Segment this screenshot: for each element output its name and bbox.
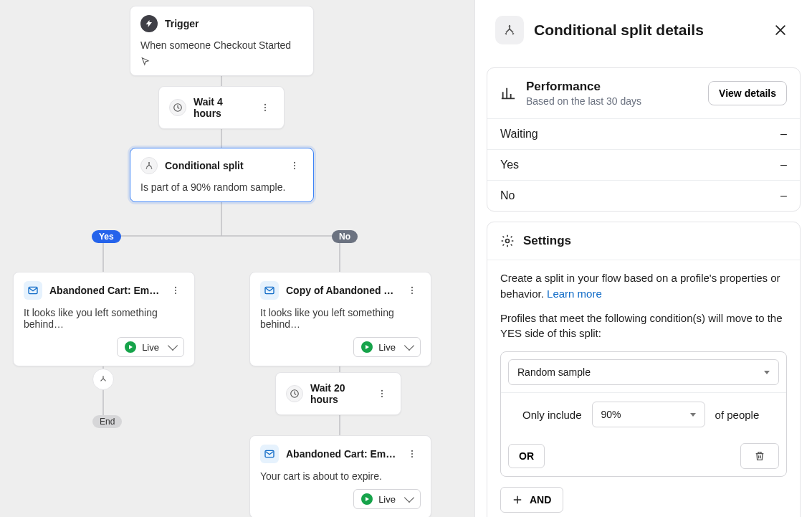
perf-row-yes: Yes –	[487, 149, 800, 180]
settings-card: Settings Create a split in your flow bas…	[487, 222, 801, 517]
wait-node-1[interactable]: Wait 4 hours	[158, 86, 285, 129]
email-title: Copy of Abandoned Cart:…	[286, 285, 396, 296]
trash-icon	[754, 450, 765, 462]
chevron-down-icon	[168, 341, 178, 351]
clock-icon	[169, 99, 186, 116]
flow-canvas[interactable]: Yes No Trigger When someone Checkout Sta…	[0, 0, 474, 517]
percent-value: 90%	[601, 409, 621, 420]
status-dropdown[interactable]: Live	[353, 337, 421, 357]
condition-type-value: Random sample	[517, 366, 591, 378]
svg-point-31	[411, 453, 413, 455]
and-button[interactable]: AND	[500, 487, 563, 513]
node-menu-button[interactable]	[286, 157, 303, 174]
email-title: Abandoned Cart: Email 2	[286, 448, 396, 460]
wait-label: Wait 20 hours	[310, 382, 366, 405]
performance-title: Performance	[526, 80, 698, 94]
email-icon	[24, 281, 42, 300]
plus-icon	[512, 495, 522, 505]
bolt-icon	[140, 15, 158, 32]
trigger-desc: When someone Checkout Started	[140, 39, 303, 51]
settings-intro: Create a split in your flow based on a p…	[500, 270, 787, 302]
svg-point-30	[411, 450, 413, 452]
svg-point-27	[381, 393, 383, 394]
conditional-split-node[interactable]: Conditional split Is part of a 90% rando…	[130, 148, 314, 202]
svg-point-20	[175, 293, 176, 294]
settings-intro-text: Create a split in your flow based on a p…	[500, 272, 780, 300]
svg-point-13	[264, 110, 266, 111]
settings-condition-text: Profiles that meet the following conditi…	[500, 310, 787, 342]
close-button[interactable]	[769, 19, 792, 42]
email-title: Abandoned Cart: Email 1	[49, 285, 160, 296]
svg-point-24	[411, 293, 413, 294]
branch-label-no: No	[332, 230, 358, 243]
settings-title: Settings	[523, 234, 571, 248]
trigger-node[interactable]: Trigger When someone Checkout Started	[130, 6, 314, 76]
node-menu-button[interactable]	[373, 385, 391, 402]
bar-chart-icon	[500, 85, 516, 101]
svg-point-15	[294, 165, 295, 166]
performance-subtitle: Based on the last 30 days	[526, 95, 698, 107]
node-menu-button[interactable]	[167, 282, 184, 299]
end-label: End	[92, 415, 122, 428]
email-node-3[interactable]: Abandoned Cart: Email 2 Your cart is abo…	[249, 435, 431, 517]
split-icon	[495, 16, 524, 44]
email-preview: Your cart is about to expire.	[260, 470, 421, 482]
svg-point-19	[175, 290, 176, 291]
view-details-button[interactable]: View details	[708, 81, 787, 105]
svg-point-16	[294, 168, 295, 169]
play-icon	[361, 341, 373, 353]
trigger-title: Trigger	[165, 18, 199, 29]
svg-point-18	[175, 287, 176, 288]
svg-point-22	[411, 287, 413, 288]
perf-row-no: No –	[487, 180, 800, 211]
gear-icon	[500, 234, 515, 248]
split-title: Conditional split	[165, 160, 279, 171]
caret-down-icon	[764, 371, 770, 374]
email-preview: It looks like you left something behind…	[24, 307, 184, 330]
delete-rule-button[interactable]	[740, 443, 779, 469]
email-node-1[interactable]: Abandoned Cart: Email 1 It looks like yo…	[13, 272, 195, 366]
svg-point-26	[381, 390, 383, 392]
wait-label: Wait 4 hours	[194, 96, 249, 119]
node-menu-button[interactable]	[403, 282, 421, 299]
email-icon	[260, 281, 279, 300]
split-desc: Is part of a 90% random sample.	[140, 181, 303, 193]
status-dropdown[interactable]: Live	[117, 337, 184, 357]
chevron-down-icon	[404, 493, 414, 503]
perf-label: No	[500, 189, 515, 202]
merge-icon	[92, 369, 114, 390]
perf-row-waiting: Waiting –	[487, 118, 800, 149]
clock-icon	[286, 385, 303, 402]
performance-card: Performance Based on the last 30 days Vi…	[487, 67, 801, 212]
or-button[interactable]: OR	[508, 444, 545, 468]
svg-point-11	[264, 104, 266, 105]
node-menu-button[interactable]	[403, 445, 421, 463]
svg-point-33	[506, 239, 510, 243]
svg-point-28	[381, 396, 383, 397]
learn-more-link[interactable]: Learn more	[547, 288, 602, 300]
perf-label: Yes	[500, 158, 519, 171]
percent-select[interactable]: 90%	[592, 402, 705, 427]
status-label: Live	[142, 342, 159, 353]
perf-value: –	[780, 128, 787, 141]
email-node-2[interactable]: Copy of Abandoned Cart:… It looks like y…	[249, 272, 431, 366]
wait-node-2[interactable]: Wait 20 hours	[275, 372, 401, 415]
only-include-label: Only include	[522, 409, 582, 421]
perf-value: –	[780, 189, 787, 202]
branch-label-yes: Yes	[92, 230, 121, 243]
perf-value: –	[780, 158, 787, 171]
svg-point-12	[264, 107, 266, 108]
caret-down-icon	[690, 413, 696, 417]
play-icon	[361, 493, 373, 505]
email-icon	[260, 445, 279, 463]
status-dropdown[interactable]: Live	[353, 489, 421, 509]
status-label: Live	[378, 342, 396, 353]
and-label: AND	[530, 494, 551, 506]
status-label: Live	[378, 494, 396, 505]
cursor-icon	[140, 57, 303, 67]
play-icon	[125, 341, 136, 353]
node-menu-button[interactable]	[257, 99, 274, 116]
condition-type-select[interactable]: Random sample	[508, 359, 779, 385]
of-people-label: of people	[715, 409, 760, 421]
perf-label: Waiting	[500, 128, 538, 141]
